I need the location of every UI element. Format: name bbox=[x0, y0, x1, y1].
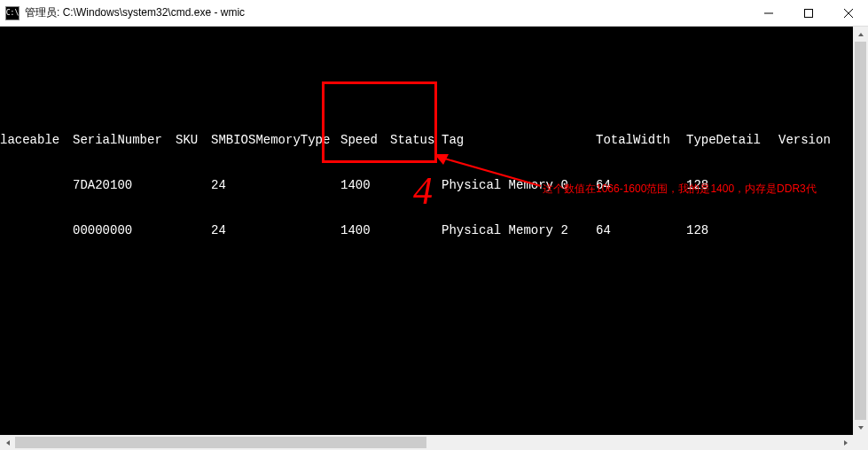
cell-tag: Physical Memory 2 bbox=[442, 223, 596, 238]
chevron-right-icon bbox=[842, 439, 849, 446]
vertical-scrollbar[interactable] bbox=[853, 27, 868, 435]
cell-smbios: 24 bbox=[211, 223, 340, 238]
col-version: Version bbox=[778, 133, 849, 148]
cell-typedetail: 128 bbox=[686, 178, 778, 193]
col-laceable: laceable bbox=[0, 133, 73, 148]
svg-marker-7 bbox=[858, 426, 864, 430]
horizontal-scrollbar[interactable] bbox=[0, 435, 853, 450]
chevron-up-icon bbox=[857, 31, 864, 38]
window-title: 管理员: C:\Windows\system32\cmd.exe - wmic bbox=[25, 5, 245, 20]
col-totalwidth: TotalWidth bbox=[596, 133, 686, 148]
scroll-left-button[interactable] bbox=[0, 435, 15, 450]
maximize-button[interactable] bbox=[788, 0, 828, 26]
cell-version bbox=[778, 223, 849, 238]
scroll-track[interactable] bbox=[853, 42, 868, 420]
cell-totalwidth: 64 bbox=[596, 223, 686, 238]
minimize-icon bbox=[764, 9, 773, 18]
cell-smbios: 24 bbox=[211, 178, 340, 193]
scroll-thumb[interactable] bbox=[855, 42, 866, 420]
col-typedetail: TypeDetail bbox=[686, 133, 778, 148]
cell-typedetail: 128 bbox=[686, 223, 778, 238]
col-sku: SKU bbox=[176, 133, 211, 148]
cell-tag: Physical Memory 0 bbox=[442, 178, 596, 193]
svg-marker-9 bbox=[844, 440, 848, 446]
cell-serial: 7DA20100 bbox=[73, 178, 176, 193]
cell-status bbox=[390, 223, 442, 238]
scroll-up-button[interactable] bbox=[853, 27, 868, 42]
maximize-icon bbox=[804, 9, 813, 18]
cell-status bbox=[390, 178, 442, 193]
cell-totalwidth: 64 bbox=[596, 178, 686, 193]
close-button[interactable] bbox=[828, 0, 868, 26]
table-row: 7DA20100 24 1400 Physical Memory 0 64 12… bbox=[0, 178, 853, 193]
scroll-thumb[interactable] bbox=[15, 437, 426, 448]
cell-speed: 1400 bbox=[340, 223, 390, 238]
minimize-button[interactable] bbox=[748, 0, 788, 26]
scroll-track[interactable] bbox=[15, 435, 838, 450]
cell-version bbox=[778, 178, 849, 193]
terminal-output: laceable SerialNumber SKU SMBIOSMemoryTy… bbox=[0, 27, 853, 435]
col-speed: Speed bbox=[340, 133, 390, 148]
window-controls bbox=[748, 0, 868, 26]
cmd-icon: C:\ bbox=[5, 6, 20, 20]
col-smbiosmemorytype: SMBIOSMemoryType bbox=[211, 133, 340, 148]
titlebar: C:\ 管理员: C:\Windows\system32\cmd.exe - w… bbox=[0, 0, 868, 27]
cell-speed: 1400 bbox=[340, 178, 390, 193]
svg-marker-6 bbox=[858, 33, 864, 36]
chevron-left-icon bbox=[4, 439, 12, 446]
table-header-row: laceable SerialNumber SKU SMBIOSMemoryTy… bbox=[0, 133, 853, 148]
chevron-down-icon bbox=[857, 424, 864, 431]
cell-serial: 00000000 bbox=[73, 223, 176, 238]
col-tag: Tag bbox=[442, 133, 596, 148]
cell-sku bbox=[176, 223, 211, 238]
scroll-down-button[interactable] bbox=[853, 420, 868, 435]
cell-laceable bbox=[0, 178, 73, 193]
svg-rect-1 bbox=[804, 9, 812, 17]
cell-laceable bbox=[0, 223, 73, 238]
table-row: 00000000 24 1400 Physical Memory 2 64 12… bbox=[0, 223, 853, 238]
scrollbar-corner bbox=[853, 435, 868, 450]
scroll-right-button[interactable] bbox=[838, 435, 853, 450]
col-serialnumber: SerialNumber bbox=[73, 133, 176, 148]
close-icon bbox=[844, 9, 853, 18]
svg-marker-8 bbox=[6, 440, 10, 446]
cell-sku bbox=[176, 178, 211, 193]
title-left: C:\ 管理员: C:\Windows\system32\cmd.exe - w… bbox=[5, 5, 245, 20]
col-status: Status bbox=[390, 133, 442, 148]
